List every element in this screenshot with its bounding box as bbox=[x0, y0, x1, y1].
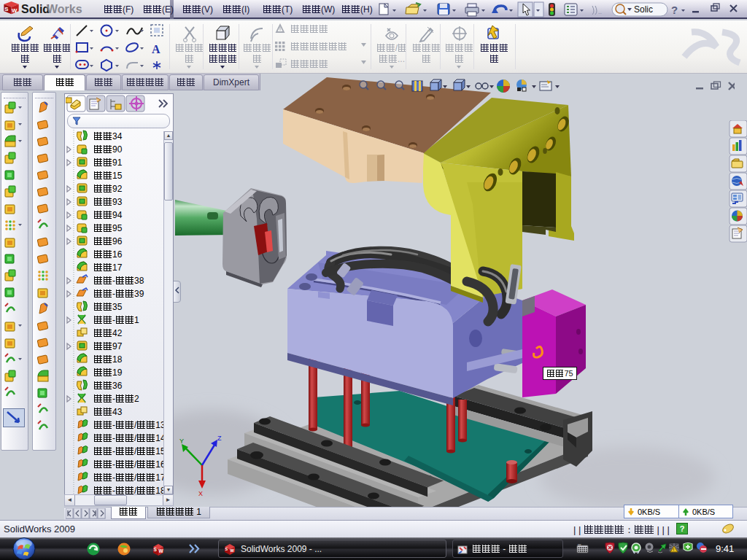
svg-text:Solic: Solic bbox=[634, 4, 653, 15]
svg-text:..: .. bbox=[598, 8, 602, 15]
svg-text:W: W bbox=[159, 548, 164, 553]
svg-text:W: W bbox=[12, 7, 18, 14]
svg-text:+: + bbox=[427, 26, 432, 34]
svg-text:W: W bbox=[231, 548, 235, 553]
svg-text:?: ? bbox=[671, 4, 678, 16]
svg-text:S: S bbox=[154, 547, 158, 552]
svg-text:S: S bbox=[225, 547, 228, 551]
svg-text:A: A bbox=[152, 43, 160, 55]
svg-text:S: S bbox=[4, 6, 8, 12]
svg-text:Y: Y bbox=[179, 438, 184, 445]
svg-text:X: X bbox=[198, 490, 203, 497]
svg-text:Z: Z bbox=[217, 435, 222, 442]
svg-text:xxx: xxx bbox=[578, 543, 581, 546]
